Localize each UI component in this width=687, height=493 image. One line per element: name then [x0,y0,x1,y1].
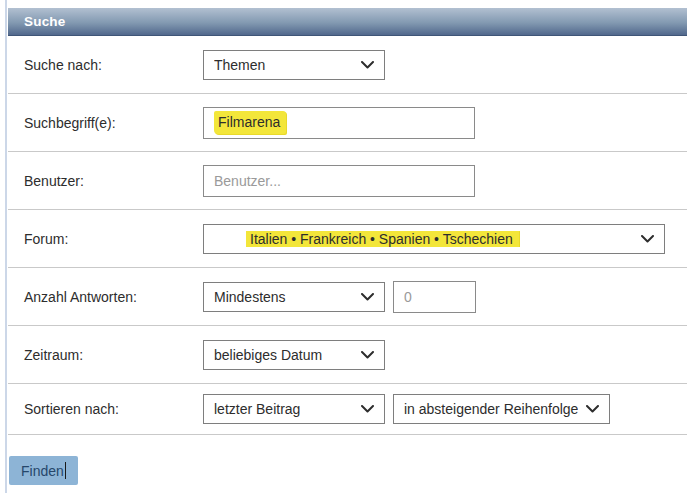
finden-button-label: Finden [21,463,64,479]
suchbegriff-highlighted-value: Filmarena [214,111,286,134]
finden-button[interactable]: Finden [9,456,78,485]
suche-nach-select[interactable]: Themen [203,50,385,80]
anzahl-condition-selected-value: Mindestens [214,289,353,305]
zeitraum-select[interactable]: beliebiges Datum [203,340,385,370]
row-suchbegriff: Suchbegriff(e): Filmarena [8,94,687,152]
chevron-down-icon [641,235,654,243]
sortieren-nach-label: Sortieren nach: [8,401,203,417]
row-forum: Forum: Italien • Frankreich • Spanien • … [8,210,687,268]
row-zeitraum: Zeitraum: beliebiges Datum [8,326,687,384]
anzahl-antworten-label: Anzahl Antworten: [8,289,203,305]
chevron-down-icon [361,405,374,413]
search-panel: Suche Suche nach: Themen Suchbegriff(e):… [8,8,687,485]
chevron-down-icon [586,405,599,413]
row-suche-nach: Suche nach: Themen [8,36,687,94]
anzahl-count-input[interactable] [393,281,476,313]
chevron-down-icon [361,61,374,69]
benutzer-label: Benutzer: [8,173,203,189]
search-form: Suche nach: Themen Suchbegriff(e): Filma… [8,36,687,435]
forum-label: Forum: [8,231,203,247]
anzahl-condition-select[interactable]: Mindestens [203,282,385,312]
suche-nach-selected-value: Themen [214,57,353,73]
row-sortieren-nach: Sortieren nach: letzter Beitrag in abste… [8,384,687,435]
page-left-border [5,0,7,493]
row-anzahl-antworten: Anzahl Antworten: Mindestens [8,268,687,326]
chevron-down-icon [361,351,374,359]
sortieren-field-selected-value: letzter Beitrag [214,401,353,417]
sortieren-order-select[interactable]: in absteigender Reihenfolge [393,394,610,424]
suchbegriff-label: Suchbegriff(e): [8,115,203,131]
panel-header: Suche [8,8,687,36]
sortieren-field-select[interactable]: letzter Beitrag [203,394,385,424]
zeitraum-label: Zeitraum: [8,347,203,363]
panel-title: Suche [24,14,66,29]
forum-selected-value: Italien • Frankreich • Spanien • Tschech… [246,231,519,247]
sortieren-order-selected-value: in absteigender Reihenfolge [404,401,578,417]
chevron-down-icon [361,293,374,301]
zeitraum-selected-value: beliebiges Datum [214,347,353,363]
row-benutzer: Benutzer: [8,152,687,210]
text-caret [65,462,67,479]
benutzer-input[interactable] [203,165,475,197]
suche-nach-label: Suche nach: [8,57,203,73]
suchbegriff-input[interactable]: Filmarena [203,107,475,139]
forum-select[interactable]: Italien • Frankreich • Spanien • Tschech… [203,224,665,254]
